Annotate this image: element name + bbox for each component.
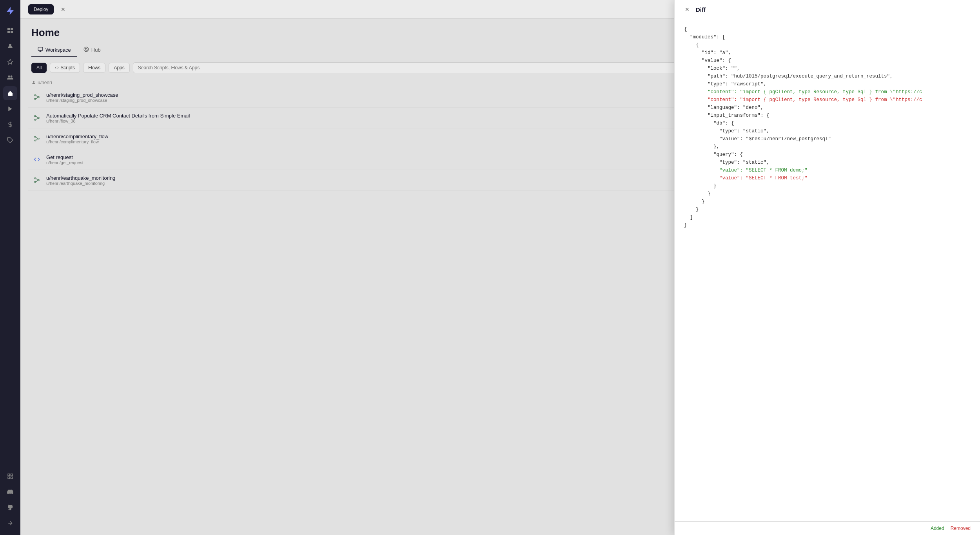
svg-line-39 [36, 139, 38, 141]
tab-hub[interactable]: Hub [77, 43, 107, 57]
flow-icon [31, 175, 42, 186]
diff-line: "language": "deno", [684, 104, 971, 112]
svg-rect-31 [34, 119, 36, 120]
svg-rect-12 [8, 474, 10, 476]
svg-rect-26 [34, 98, 36, 99]
svg-rect-4 [11, 31, 13, 33]
hub-tab-label: Hub [91, 47, 101, 53]
diff-line: { [684, 25, 971, 33]
diff-content: { "modules": [ { "id": "a", "value": { "… [675, 19, 980, 521]
filter-apps-button[interactable]: Apps [109, 63, 129, 73]
diff-line: "value": "SELECT * FROM test;" [684, 174, 971, 182]
svg-rect-42 [38, 180, 39, 181]
diff-close-button[interactable]: ✕ [682, 5, 692, 14]
sidebar-item-github[interactable] [3, 501, 17, 515]
legend-added: Added [931, 526, 944, 531]
legend-removed: Removed [951, 526, 971, 531]
diff-line: "type": "static", [684, 159, 971, 166]
svg-line-22 [85, 48, 85, 49]
sidebar-item-star[interactable] [3, 55, 17, 69]
diff-legend: Added Removed [675, 521, 980, 535]
filter-all-button[interactable]: All [31, 63, 47, 73]
diff-line: "input_transforms": { [684, 112, 971, 119]
sidebar-item-grid[interactable] [3, 23, 17, 38]
sidebar-item-audit[interactable] [3, 469, 17, 483]
diff-line: }, [684, 143, 971, 151]
diff-title: Diff [696, 6, 706, 13]
svg-line-28 [36, 95, 38, 97]
flow-icon [31, 92, 42, 103]
flow-icon [31, 133, 42, 144]
workspace-tab-label: Workspace [45, 47, 71, 53]
filter-apps-label: Apps [114, 65, 124, 70]
sidebar-item-puzzle[interactable] [3, 133, 17, 147]
svg-rect-27 [38, 97, 39, 98]
svg-rect-40 [34, 178, 36, 179]
diff-line: "content": "import { pgClient, type Reso… [684, 96, 971, 104]
svg-rect-35 [34, 136, 36, 137]
svg-rect-37 [38, 138, 39, 139]
diff-line: "value": { [684, 57, 971, 65]
sidebar-item-group[interactable] [3, 70, 17, 85]
svg-point-7 [8, 76, 10, 78]
svg-line-34 [36, 118, 38, 120]
svg-rect-1 [7, 28, 10, 30]
svg-rect-2 [11, 28, 13, 30]
svg-rect-15 [8, 477, 10, 479]
svg-point-24 [33, 81, 34, 83]
diff-line: ] [684, 213, 971, 221]
svg-line-44 [36, 180, 38, 182]
svg-line-43 [36, 178, 38, 180]
filter-scripts-label: Scripts [60, 65, 75, 70]
svg-rect-25 [34, 95, 36, 96]
diff-line: "id": "a", [684, 49, 971, 57]
sidebar-item-arrow-right[interactable] [3, 516, 17, 530]
diff-line: { [684, 41, 971, 49]
diff-line: "type": "rawscript", [684, 80, 971, 88]
svg-marker-6 [7, 59, 13, 64]
diff-header: ✕ Diff [675, 0, 980, 19]
svg-rect-14 [11, 477, 13, 479]
script-code-icon [31, 154, 42, 165]
logo[interactable] [4, 5, 16, 17]
diff-line: "modules": [ [684, 33, 971, 41]
svg-line-38 [36, 137, 38, 139]
home-close-button[interactable]: ✕ [58, 4, 69, 15]
tab-workspace[interactable]: Workspace [31, 43, 77, 57]
diff-line: "content": "import { pgClient, type Reso… [684, 88, 971, 96]
diff-line: "value": "SELECT * FROM demo;" [684, 166, 971, 174]
svg-rect-3 [7, 31, 10, 33]
diff-line: "value": "$res:u/henri/new_postgresql" [684, 135, 971, 143]
svg-rect-13 [11, 474, 13, 476]
sidebar-item-dollar[interactable] [3, 117, 17, 132]
diff-line: } [684, 206, 971, 213]
diff-line: "db": { [684, 119, 971, 127]
sidebar [0, 0, 20, 535]
diff-line: "type": "static", [684, 127, 971, 135]
filter-flows-button[interactable]: Flows [83, 63, 105, 73]
filter-flows-label: Flows [88, 65, 100, 70]
diff-line: "lock": "", [684, 65, 971, 72]
workspace-tab-icon [38, 47, 43, 53]
diff-line: } [684, 190, 971, 198]
svg-line-29 [36, 97, 38, 99]
sidebar-item-discord[interactable] [3, 485, 17, 499]
svg-line-33 [36, 116, 38, 118]
home-title: Home [31, 27, 60, 39]
svg-rect-36 [34, 140, 36, 141]
svg-line-23 [87, 50, 87, 51]
svg-point-8 [11, 76, 13, 78]
hub-tab-icon [83, 47, 89, 53]
diff-line: "query": { [684, 151, 971, 159]
svg-rect-32 [38, 117, 39, 119]
svg-marker-9 [8, 107, 12, 111]
flow-icon [31, 112, 42, 123]
filter-scripts-button[interactable]: Scripts [50, 63, 80, 73]
svg-rect-17 [38, 47, 43, 51]
svg-point-21 [85, 49, 87, 51]
sidebar-item-user[interactable] [3, 39, 17, 53]
sidebar-item-home[interactable] [3, 86, 17, 100]
deploy-button[interactable]: Deploy [28, 4, 54, 14]
diff-line: "path": "hub/1015/postgresql/execute_que… [684, 72, 971, 80]
sidebar-item-play[interactable] [3, 102, 17, 116]
